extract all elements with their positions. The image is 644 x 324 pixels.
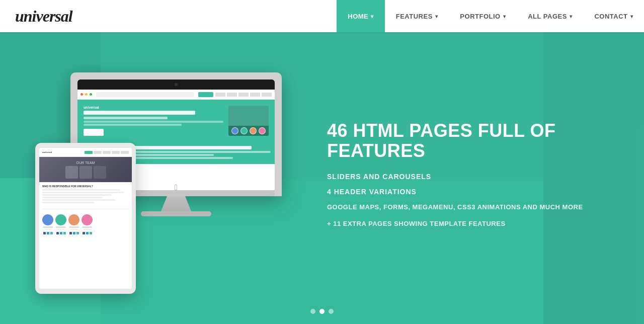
imac-bezel bbox=[77, 79, 275, 90]
ipad-text-1 bbox=[42, 189, 120, 191]
hero-feature-1: SLIDERS AND CAROUSELS bbox=[327, 173, 614, 181]
screen-team-avatars bbox=[228, 126, 269, 136]
ipad-member-3 bbox=[68, 214, 79, 234]
mini-title-bar bbox=[84, 111, 195, 115]
nav-allpages-caret: ▾ bbox=[570, 14, 573, 19]
slide-dot-2[interactable] bbox=[329, 309, 334, 314]
nav-item-home[interactable]: HOME ▾ bbox=[337, 0, 385, 32]
hero-feature-4: + 11 EXTRA PAGES SHOWING TEMPLATE FEATUR… bbox=[327, 219, 614, 228]
imac-base bbox=[141, 211, 211, 216]
ipad-avatar-3 bbox=[68, 214, 79, 225]
screen-avatar-2 bbox=[240, 127, 248, 134]
screen-home-btn bbox=[198, 92, 213, 97]
screen-link-4 bbox=[250, 93, 260, 97]
nav-features-label: FEATURES bbox=[396, 13, 433, 20]
ipad-member-role-1 bbox=[44, 229, 52, 230]
ipad-avatar-4 bbox=[82, 214, 93, 225]
nav-allpages-label: ALL PAGES bbox=[528, 13, 567, 20]
hero-main-title: 46 HTML PAGES FULL OF FEATURES bbox=[327, 121, 614, 160]
ipad-who-title: WHO IS RESPONSIBLE FOR UNIVERSAL? bbox=[42, 185, 129, 188]
ipad-in-2 bbox=[63, 232, 66, 234]
mini-line-1 bbox=[84, 121, 223, 123]
ipad-in-3 bbox=[76, 232, 79, 234]
ipad-member-role-2 bbox=[57, 229, 65, 230]
ipad-nav-allpages bbox=[112, 151, 120, 154]
ipad-screen: universal Our T bbox=[39, 148, 132, 289]
ipad-nav-home bbox=[85, 151, 93, 154]
ipad-hero-section: Our Team bbox=[39, 157, 132, 182]
ipad-shape-1 bbox=[65, 166, 78, 179]
screen-hero-img bbox=[228, 106, 269, 136]
ipad-nav-features bbox=[94, 151, 102, 154]
ipad-social-1 bbox=[43, 232, 53, 234]
ipad-shape-2 bbox=[79, 166, 92, 179]
ipad-tw-2 bbox=[60, 232, 62, 234]
ipad-fb-2 bbox=[56, 232, 59, 234]
ipad-team-grid bbox=[42, 214, 129, 234]
mini-line-2 bbox=[84, 124, 182, 126]
ipad-member-name-1 bbox=[43, 226, 53, 228]
url-bar bbox=[96, 92, 194, 97]
screen-hero-text: universal bbox=[84, 106, 223, 136]
ipad-member-name-3 bbox=[69, 226, 79, 228]
brand-logo[interactable]: universal bbox=[0, 0, 88, 32]
navbar: universal HOME ▾ FEATURES ▾ PORTFOLIO ▾ … bbox=[0, 0, 644, 32]
ipad-team-section bbox=[39, 211, 132, 237]
screen-nav-links bbox=[215, 93, 272, 97]
hero-section: universal bbox=[0, 32, 644, 324]
hero-devices: universal bbox=[30, 62, 307, 304]
nav-dot-green bbox=[90, 93, 92, 96]
nav-home-label: HOME bbox=[348, 13, 368, 20]
ipad-in-1 bbox=[50, 232, 53, 234]
nav-item-portfolio[interactable]: PORTFOLIO ▾ bbox=[449, 0, 517, 32]
nav-contact-label: CONTACT bbox=[594, 13, 627, 20]
mini-sub-bar bbox=[84, 117, 168, 119]
ipad-social-2 bbox=[56, 232, 66, 234]
ipad-fb-3 bbox=[69, 232, 72, 234]
ipad-text-2 bbox=[42, 192, 124, 193]
nav-menu: HOME ▾ FEATURES ▾ PORTFOLIO ▾ ALL PAGES … bbox=[337, 0, 644, 32]
ipad-tw-3 bbox=[73, 232, 75, 234]
screen-avatar-1 bbox=[231, 127, 238, 134]
ipad-separator bbox=[42, 209, 129, 209]
ipad-fb-1 bbox=[43, 232, 46, 234]
nav-home-caret: ▾ bbox=[371, 14, 374, 19]
ipad-nav: universal bbox=[39, 148, 132, 157]
ipad-brand-text: universal bbox=[42, 151, 52, 153]
nav-item-contact[interactable]: CONTACT ▾ bbox=[583, 0, 644, 32]
screen-avatar-3 bbox=[250, 127, 257, 134]
ipad-text-6 bbox=[42, 202, 94, 203]
ipad-member-role-4 bbox=[83, 229, 91, 230]
ipad-tw-1 bbox=[47, 232, 49, 234]
ipad-social-4 bbox=[83, 232, 92, 234]
screen-img-placeholder bbox=[228, 106, 269, 126]
nav-item-features[interactable]: FEATURES ▾ bbox=[385, 0, 449, 32]
nav-portfolio-label: PORTFOLIO bbox=[460, 13, 500, 20]
hero-feature-3: GOOGLE MAPS, FORMS, MEGAMENU, CSS3 ANIMA… bbox=[327, 203, 614, 212]
imac-stand bbox=[161, 196, 191, 211]
mini-cta-btn bbox=[84, 129, 104, 136]
ipad-hero-title: Our Team bbox=[65, 161, 106, 165]
nav-item-allpages[interactable]: ALL PAGES ▾ bbox=[517, 0, 583, 32]
screen-avatar-4 bbox=[259, 127, 266, 134]
nav-contact-caret: ▾ bbox=[630, 14, 633, 19]
screen-link-1 bbox=[215, 93, 225, 97]
ipad-social-3 bbox=[69, 232, 79, 234]
brand-name: universal bbox=[15, 7, 72, 26]
screen-link-2 bbox=[227, 93, 237, 97]
ipad-member-name-4 bbox=[82, 226, 92, 228]
ipad-nav-items bbox=[85, 151, 129, 154]
screen-link-3 bbox=[238, 93, 249, 97]
ipad-member-1 bbox=[42, 214, 53, 234]
ipad-text-4 bbox=[42, 197, 103, 198]
ipad-outer: universal Our T bbox=[35, 143, 136, 294]
ipad-member-role-3 bbox=[70, 229, 78, 230]
ipad-fb-4 bbox=[83, 232, 85, 234]
hero-feature-2: 4 HEADER VARIATIONS bbox=[327, 188, 614, 196]
slide-dot-1[interactable] bbox=[319, 309, 325, 314]
ipad-member-name-2 bbox=[56, 226, 66, 228]
nav-dot-yellow bbox=[85, 93, 88, 96]
screen-nav bbox=[77, 90, 275, 100]
slide-dot-0[interactable] bbox=[310, 309, 315, 314]
nav-dot-red bbox=[80, 93, 83, 96]
